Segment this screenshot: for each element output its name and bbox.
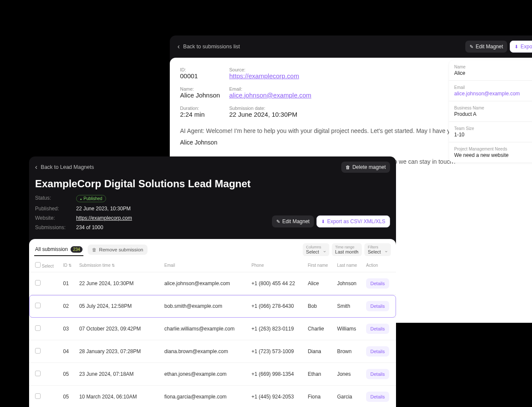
pencil-icon	[470, 44, 473, 50]
table-cell: 05	[61, 386, 77, 407]
table-cell: Jones	[334, 363, 364, 386]
export-icon	[514, 44, 518, 50]
table-cell: ethan.jones@example.com	[162, 363, 249, 386]
table-cell: Details	[364, 295, 396, 318]
table-row[interactable]: 0122 June 2024, 10:30PMalice.johnson@exa…	[29, 272, 396, 295]
row-checkbox[interactable]	[35, 280, 41, 286]
row-checkbox[interactable]	[35, 325, 41, 331]
table-cell: +1 (800) 455 44 22	[249, 272, 305, 295]
side-value: Product A	[454, 111, 532, 117]
export-csv-button[interactable]: Export as CSV/ XML/XLS	[316, 215, 390, 227]
sort-icon	[68, 263, 72, 268]
published-label: Published:	[35, 206, 68, 212]
col-email[interactable]: Email	[162, 259, 249, 272]
published-value: 22 June 2023, 10:30PM	[76, 206, 130, 212]
table-cell: 28 January 2023, 07:28PM	[77, 340, 162, 363]
table-cell	[29, 272, 61, 295]
table-cell: 05 July 2024, 12:58PM	[77, 295, 162, 318]
filter-value: Select	[368, 249, 387, 254]
duration-value: 2:24 min	[180, 111, 229, 118]
detail-header-actions: Edit Magnet Export as	[465, 41, 532, 53]
website-link[interactable]: https://examplecorp.com	[76, 215, 132, 221]
row-checkbox[interactable]	[35, 348, 41, 354]
table-cell: Johnson	[334, 272, 364, 295]
trash-icon	[92, 247, 97, 252]
table-cell: Details	[364, 386, 396, 407]
delete-magnet-button[interactable]: Delete magnet	[341, 162, 390, 173]
table-row[interactable]: 0428 January 2023, 07:28PMdiana.brown@ex…	[29, 340, 396, 363]
table-cell: Bob	[305, 295, 335, 318]
side-item: Emailalice.johnson@example.com	[449, 81, 532, 101]
table-cell: +1 (263) 823-0119	[249, 318, 305, 340]
details-button[interactable]: Details	[366, 369, 389, 379]
table-cell: bob.smith@example.com	[162, 295, 249, 318]
col-first[interactable]: First name	[305, 259, 335, 272]
back-to-magnets-link[interactable]: Back to Lead Magnets	[35, 163, 94, 171]
id-label: ID:	[180, 67, 229, 72]
side-item: Team Size1-10	[449, 122, 532, 142]
chevron-left-icon	[35, 163, 37, 171]
row-checkbox[interactable]	[35, 393, 41, 399]
table-cell: 02	[61, 295, 77, 318]
table-row[interactable]: 0205 July 2024, 12:58PMbob.smith@example…	[29, 295, 396, 318]
table-cell: alice.johnson@example.com	[162, 272, 249, 295]
export-button[interactable]: Export as	[510, 41, 532, 53]
col-time[interactable]: Submission time	[77, 259, 162, 272]
table-cell: 23 June 2024, 07:18AM	[77, 363, 162, 386]
side-label: Name	[454, 65, 532, 69]
submissions-label: Submissions:	[35, 224, 68, 230]
pencil-icon	[276, 218, 280, 224]
row-checkbox[interactable]	[35, 371, 41, 376]
filter-dropdown[interactable]: Time rangeLast month	[332, 243, 362, 256]
dot-icon	[80, 196, 82, 201]
filter-label: Time range	[335, 245, 358, 249]
chevron-left-icon	[177, 43, 180, 50]
trash-icon	[346, 164, 350, 170]
back-to-submissions-link[interactable]: Back to submissions list	[177, 43, 240, 50]
table-cell: +1 (723) 573-1009	[249, 340, 305, 363]
back-label: Back to submissions list	[183, 44, 240, 50]
details-button[interactable]: Details	[366, 392, 389, 402]
side-value: 1-10	[454, 132, 532, 138]
page-title: ExampleCorp Digital Solutions Lead Magne…	[29, 173, 396, 193]
sort-icon	[111, 263, 115, 268]
details-button[interactable]: Details	[366, 346, 389, 357]
table-row[interactable]: 0307 October 2023, 09:42PMcharlie.willia…	[29, 318, 396, 340]
remove-submission-button[interactable]: Remove submission	[88, 245, 148, 255]
side-value: We need a new website	[454, 152, 532, 158]
table-cell: +1 (445) 924-2053	[249, 386, 305, 407]
edit-magnet-button[interactable]: Edit Magnet	[272, 215, 314, 227]
row-checkbox[interactable]	[35, 303, 41, 308]
col-phone[interactable]: Phone	[249, 259, 305, 272]
filter-dropdown[interactable]: FiltersSelect	[364, 243, 391, 256]
side-value[interactable]: alice.johnson@example.com	[454, 91, 532, 97]
submissions-value: 234 of 1000	[76, 224, 103, 230]
export-icon	[321, 218, 325, 224]
details-button[interactable]: Details	[366, 278, 389, 289]
table-cell: 03	[61, 318, 77, 340]
table-row[interactable]: 0510 March 2024, 06:10AMfiona.garcia@exa…	[29, 386, 396, 407]
table-cell: 22 June 2024, 10:30PM	[77, 272, 162, 295]
edit-magnet-button[interactable]: Edit Magnet	[465, 41, 507, 53]
table-cell: +1 (669) 998-1354	[249, 363, 305, 386]
table-cell: 07 October 2023, 09:42PM	[77, 318, 162, 340]
col-select[interactable]: Select	[29, 259, 61, 272]
table-cell: 10 March 2024, 06:10AM	[77, 386, 162, 407]
filter-value: Last month	[335, 249, 358, 254]
col-id[interactable]: ID	[61, 259, 77, 272]
details-button[interactable]: Details	[366, 324, 389, 334]
submissions-list-panel: Back to Lead Magnets Delete magnet Examp…	[29, 156, 396, 407]
table-cell: Details	[364, 318, 396, 340]
tab-all-submissions[interactable]: All submission 234	[34, 244, 83, 256]
table-cell: 05	[61, 363, 77, 386]
table-row[interactable]: 0523 June 2024, 07:18AMethan.jones@examp…	[29, 363, 396, 386]
table-cell: Garcia	[334, 386, 364, 407]
col-last[interactable]: Last name	[334, 259, 364, 272]
filter-dropdown[interactable]: ColumnsSelect	[303, 243, 329, 256]
table-cell: diana.brown@example.com	[162, 340, 249, 363]
filter-value: Select	[306, 249, 326, 254]
table-cell: Diana	[305, 340, 335, 363]
details-button[interactable]: Details	[366, 301, 389, 311]
table-cell: Brown	[334, 340, 364, 363]
side-value: Alice	[454, 70, 532, 76]
